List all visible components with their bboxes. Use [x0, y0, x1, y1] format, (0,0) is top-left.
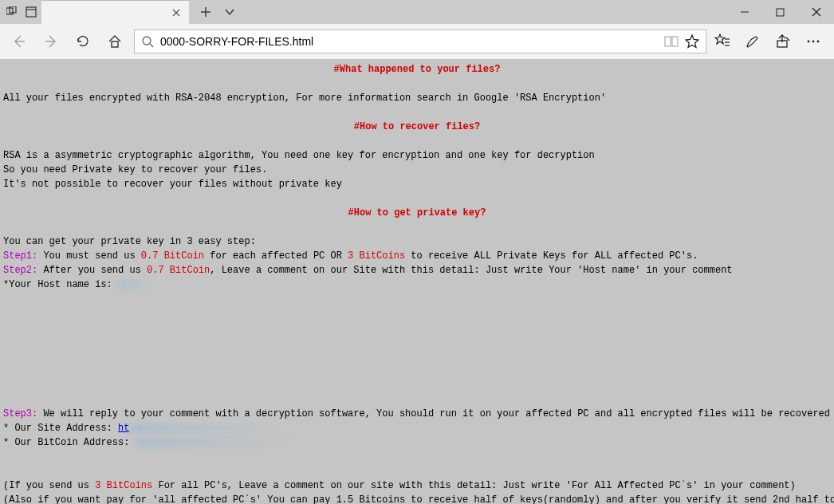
close-tab-icon[interactable]: [170, 6, 183, 19]
heading-what-happened: #What happened to your files?: [3, 62, 831, 77]
address-bar[interactable]: [134, 30, 706, 53]
svg-marker-20: [715, 34, 725, 44]
page-content: #What happened to your files? All your f…: [0, 59, 834, 504]
site-redacted: [129, 423, 289, 433]
close-window-button[interactable]: [798, 0, 834, 24]
step1-line: Step1: You must send us 0.7 BitCoin for …: [3, 249, 831, 263]
paragraph-rsa-3: It's not possible to recover your files …: [3, 177, 831, 191]
svg-rect-18: [672, 37, 678, 46]
home-button[interactable]: [102, 29, 128, 54]
note1-line: (If you send us 3 BitCoins For all PC's,…: [3, 478, 831, 493]
heading-private-key: #How to get private key?: [3, 206, 831, 220]
more-icon[interactable]: [804, 32, 823, 51]
search-icon: [141, 35, 154, 48]
chevron-down-icon[interactable]: [222, 5, 237, 19]
title-bar: [0, 0, 834, 24]
svg-rect-9: [777, 9, 784, 16]
svg-point-26: [812, 41, 815, 43]
new-tab-icon[interactable]: [199, 5, 213, 19]
site-link[interactable]: ht: [118, 423, 129, 434]
paragraph-rsa-1: RSA is a asymmetric cryptographic algori…: [3, 148, 831, 163]
svg-point-15: [143, 37, 151, 45]
url-input[interactable]: [160, 35, 658, 48]
site-address-line: * Our Site Address: ht: [3, 421, 831, 435]
favorite-star-icon[interactable]: [685, 34, 699, 49]
maximize-button[interactable]: [762, 0, 798, 24]
step2-label: Step2:: [3, 265, 37, 276]
minimize-button[interactable]: [726, 0, 762, 24]
svg-rect-14: [112, 41, 118, 47]
bitcoin-redacted: [136, 438, 295, 447]
bitcoin-address-line: * Our BitCoin Address:: [3, 435, 831, 450]
refresh-button[interactable]: [70, 29, 96, 54]
show-tabs-icon[interactable]: [24, 5, 38, 19]
toolbar: [0, 24, 834, 59]
back-button[interactable]: [6, 29, 32, 54]
svg-rect-2: [26, 7, 36, 17]
reading-view-icon[interactable]: [664, 35, 679, 48]
svg-marker-19: [686, 35, 698, 48]
svg-point-25: [808, 41, 810, 43]
tabs-aside-icon[interactable]: [5, 5, 19, 19]
pen-icon[interactable]: [743, 32, 762, 51]
right-tools: [713, 32, 828, 51]
step2-line: Step2: After you send us 0.7 BitCoin, Le…: [3, 263, 831, 278]
step3-line: Step3: We will reply to your comment wit…: [3, 407, 831, 421]
paragraph-steps-intro: You can get your private key in 3 easy s…: [3, 234, 831, 249]
window-controls: [726, 0, 834, 24]
page-content-area[interactable]: #What happened to your files? All your f…: [0, 59, 834, 504]
tab-actions: [189, 0, 237, 24]
favorites-list-icon[interactable]: [713, 32, 732, 51]
browser-tab[interactable]: [41, 0, 189, 24]
hostname-line: *Your Host name is:: [3, 278, 831, 292]
svg-point-27: [817, 41, 820, 43]
paragraph-rsa-2: So you need Private key to recover your …: [3, 163, 831, 177]
svg-rect-17: [665, 37, 671, 46]
step3-label: Step3:: [3, 408, 37, 419]
forward-button[interactable]: [38, 29, 64, 54]
title-left-icons: [0, 0, 38, 24]
note2-line: (Also if you want pay for 'all affected …: [3, 493, 831, 504]
svg-line-16: [150, 44, 153, 47]
heading-recover: #How to recover files?: [3, 120, 831, 134]
step1-label: Step1:: [3, 250, 37, 262]
hostname-redacted: [118, 280, 150, 289]
share-icon[interactable]: [773, 32, 793, 51]
paragraph-intro: All your files encrypted with RSA-2048 e…: [3, 91, 831, 105]
